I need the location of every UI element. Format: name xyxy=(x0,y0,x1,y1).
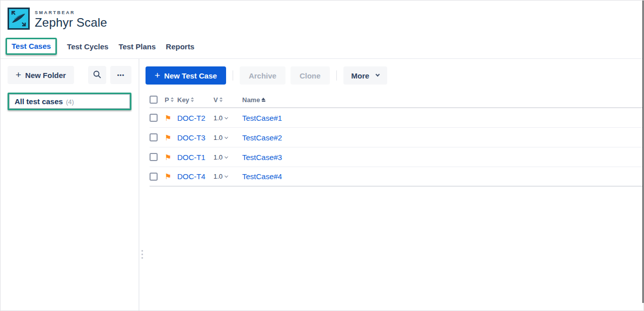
annotation-box-test-cases: Test Cases xyxy=(6,38,57,55)
table-header-row: P Key V Name xyxy=(150,92,643,108)
annotation-box-all-test-cases: All test cases (4) xyxy=(8,93,131,110)
table-row: ⚑ DOC-T3 1.0 TestCase#2 xyxy=(150,128,643,147)
company-name: SMARTBEAR xyxy=(35,10,107,15)
folder-more-button[interactable]: ••• xyxy=(110,66,131,84)
more-label: More xyxy=(351,71,370,80)
clone-button[interactable]: Clone xyxy=(291,66,330,85)
folder-search-button[interactable] xyxy=(88,66,106,84)
priority-flag-icon: ⚑ xyxy=(165,134,177,141)
table-row: ⚑ DOC-T2 1.0 TestCase#1 xyxy=(150,108,643,128)
tab-test-plans[interactable]: Test Plans xyxy=(118,42,156,51)
select-all-checkbox[interactable] xyxy=(150,96,158,104)
column-header-priority[interactable]: P xyxy=(165,96,177,104)
row-checkbox[interactable] xyxy=(150,114,158,122)
version-dropdown[interactable]: 1.0 xyxy=(213,114,242,122)
testcase-toolbar: + New Test Case Archive Clone More xyxy=(146,66,643,85)
column-header-version[interactable]: V xyxy=(213,96,242,104)
tab-test-cycles[interactable]: Test Cycles xyxy=(67,42,108,51)
chevron-down-icon xyxy=(225,135,228,138)
ellipsis-icon: ••• xyxy=(117,72,125,78)
column-label: Key xyxy=(177,96,189,104)
new-folder-button[interactable]: + New Folder xyxy=(8,66,74,84)
testcase-name-link[interactable]: TestCase#4 xyxy=(242,172,643,181)
app-window: SMARTBEAR Zephyr Scale Test Cases Test C… xyxy=(0,0,644,311)
plus-icon: + xyxy=(16,70,21,80)
version-dropdown[interactable]: 1.0 xyxy=(213,173,242,180)
table-row: ⚑ DOC-T1 1.0 TestCase#3 xyxy=(150,147,643,167)
app-header: SMARTBEAR Zephyr Scale Test Cases Test C… xyxy=(1,1,643,59)
sort-both-icon xyxy=(171,97,174,102)
sidebar-resize-handle[interactable] xyxy=(141,250,143,259)
testcase-key-link[interactable]: DOC-T4 xyxy=(177,172,213,181)
chevron-down-icon xyxy=(225,115,228,119)
row-checkbox[interactable] xyxy=(150,133,158,141)
toolbar-divider xyxy=(336,70,337,81)
main-nav: Test Cases Test Cycles Test Plans Report… xyxy=(6,38,194,55)
folder-item-all-test-cases[interactable]: All test cases (4) xyxy=(9,94,130,109)
version-value: 1.0 xyxy=(213,134,223,141)
testcase-key-link[interactable]: DOC-T3 xyxy=(177,133,213,142)
testcase-name-link[interactable]: TestCase#1 xyxy=(242,114,643,122)
new-test-case-label: New Test Case xyxy=(164,71,217,80)
priority-flag-icon: ⚑ xyxy=(165,114,177,122)
version-value: 1.0 xyxy=(213,114,223,122)
priority-flag-icon: ⚑ xyxy=(165,173,177,180)
sort-ascending-icon xyxy=(261,98,265,102)
testcase-key-link[interactable]: DOC-T2 xyxy=(177,114,213,122)
brand-text: SMARTBEAR Zephyr Scale xyxy=(35,10,107,30)
chevron-down-icon xyxy=(225,154,228,158)
body: + New Folder ••• All tes xyxy=(1,59,643,311)
sort-both-icon xyxy=(220,97,223,102)
tab-reports[interactable]: Reports xyxy=(166,42,194,51)
version-value: 1.0 xyxy=(213,173,223,180)
version-dropdown[interactable]: 1.0 xyxy=(213,153,242,161)
sidebar-toolbar: + New Folder ••• xyxy=(8,66,131,84)
archive-button[interactable]: Archive xyxy=(240,66,285,85)
row-checkbox[interactable] xyxy=(150,153,158,161)
new-folder-label: New Folder xyxy=(25,71,66,80)
version-value: 1.0 xyxy=(213,153,223,161)
plus-icon: + xyxy=(155,70,160,80)
row-checkbox[interactable] xyxy=(150,173,158,181)
brand: SMARTBEAR Zephyr Scale xyxy=(8,8,107,32)
chevron-down-icon xyxy=(376,72,380,76)
search-icon xyxy=(93,70,102,81)
chevron-down-icon xyxy=(225,174,228,178)
column-header-name[interactable]: Name xyxy=(242,96,643,104)
toolbar-divider xyxy=(233,70,233,81)
zephyr-scale-logo-icon xyxy=(8,8,30,32)
column-label: V xyxy=(213,96,218,104)
testcase-name-link[interactable]: TestCase#3 xyxy=(242,153,643,162)
table-row: ⚑ DOC-T4 1.0 TestCase#4 xyxy=(150,167,643,187)
column-header-key[interactable]: Key xyxy=(177,96,213,104)
column-label: Name xyxy=(242,96,260,104)
more-button[interactable]: More xyxy=(343,66,388,85)
version-dropdown[interactable]: 1.0 xyxy=(213,134,242,141)
folder-sidebar: + New Folder ••• All tes xyxy=(1,59,139,311)
product-name: Zephyr Scale xyxy=(35,16,107,30)
testcase-key-link[interactable]: DOC-T1 xyxy=(177,153,213,162)
main-content: + New Test Case Archive Clone More P xyxy=(139,59,643,311)
priority-flag-icon: ⚑ xyxy=(165,153,177,161)
tab-test-cases[interactable]: Test Cases xyxy=(12,42,51,50)
testcase-table: P Key V Name xyxy=(146,92,643,187)
testcase-name-link[interactable]: TestCase#2 xyxy=(242,133,643,142)
screenshot-right-border xyxy=(642,1,643,303)
folder-name: All test cases xyxy=(15,97,63,106)
column-label: P xyxy=(165,96,169,104)
sort-both-icon xyxy=(191,97,194,102)
folder-count: (4) xyxy=(66,98,74,106)
new-test-case-button[interactable]: + New Test Case xyxy=(146,66,226,85)
